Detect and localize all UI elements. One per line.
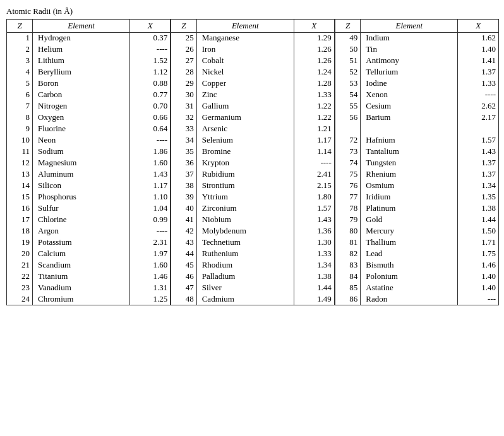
cell: 1.21: [294, 124, 335, 135]
cell: 1.44: [458, 215, 499, 226]
cell: 1.43: [294, 215, 335, 226]
cell: 1.12: [130, 67, 171, 78]
cell: 1.33: [294, 90, 335, 101]
cell: Arsenic: [196, 124, 294, 135]
cell: Germanium: [196, 112, 294, 124]
cell: Zinc: [196, 90, 294, 101]
table-row: 9Fluorine0.6433Arsenic1.21: [7, 124, 499, 135]
cell: Nitrogen: [33, 101, 130, 112]
cell: Tantalium: [361, 146, 458, 158]
cell: 7: [7, 101, 33, 112]
cell: 16: [7, 203, 33, 215]
cell: Copper: [196, 78, 294, 90]
cell: Hydrogen: [33, 33, 130, 44]
cell: Rubidium: [196, 169, 294, 180]
cell: 1.86: [130, 146, 171, 158]
cell: [361, 124, 458, 135]
cell: Gallium: [196, 101, 294, 112]
atomic-radii-table: Z Element X Z Element X Z Element X 1Hyd…: [6, 19, 499, 305]
cell: 1.40: [458, 44, 499, 56]
cell: 52: [335, 67, 361, 78]
cell: 74: [335, 158, 361, 169]
cell: Rhenium: [361, 169, 458, 180]
cell: Boron: [33, 78, 130, 90]
cell: Beryllium: [33, 67, 130, 78]
table-row: 18Argon----42Molybdenum1.3680Mercury1.50: [7, 226, 499, 237]
cell: Niobium: [196, 215, 294, 226]
cell: ----: [130, 135, 171, 146]
cell: Carbon: [33, 90, 130, 101]
cell: 28: [171, 67, 196, 78]
cell: Krypton: [196, 158, 294, 169]
cell: 1.26: [294, 56, 335, 67]
cell: 1.38: [458, 203, 499, 215]
cell: 0.37: [130, 33, 171, 44]
cell: 15: [7, 192, 33, 203]
cell: Argon: [33, 226, 130, 237]
cell: 12: [7, 158, 33, 169]
cell: Molybdenum: [196, 226, 294, 237]
table-row: 15Phosphorus1.1039Yttrium1.8077Iridium1.…: [7, 192, 499, 203]
cell: 86: [335, 294, 361, 305]
page-title: Atomic Radii (in Å): [6, 6, 498, 16]
cell: 1.57: [458, 135, 499, 146]
cell: Bismuth: [361, 260, 458, 271]
cell: Nickel: [196, 67, 294, 78]
cell: 11: [7, 146, 33, 158]
cell: Magnesium: [33, 158, 130, 169]
cell: 0.66: [130, 112, 171, 124]
cell: 1.44: [294, 283, 335, 294]
table-row: 22Titanium1.4646Palladium1.3884Polonium1…: [7, 271, 499, 283]
cell: 1.35: [458, 192, 499, 203]
cell: 2.41: [294, 169, 335, 180]
cell: 6: [7, 90, 33, 101]
cell: 46: [171, 271, 196, 283]
cell: 14: [7, 180, 33, 192]
cell: 19: [7, 237, 33, 249]
cell: Barium: [361, 112, 458, 124]
cell: 2.17: [458, 112, 499, 124]
cell: Polonium: [361, 271, 458, 283]
cell: Titanium: [33, 271, 130, 283]
cell: 30: [171, 90, 196, 101]
cell: 54: [335, 90, 361, 101]
cell: 10: [7, 135, 33, 146]
cell: Osmium: [361, 180, 458, 192]
cell: Cadmium: [196, 294, 294, 305]
cell: 37: [171, 169, 196, 180]
cell: 9: [7, 124, 33, 135]
cell: 1: [7, 33, 33, 44]
header-z2: Z: [171, 20, 196, 33]
table-row: 20Calcium1.9744Ruthenium1.3382Lead1.75: [7, 249, 499, 260]
header-z1: Z: [7, 20, 33, 33]
cell: 73: [335, 146, 361, 158]
cell: Ruthenium: [196, 249, 294, 260]
cell: 2: [7, 44, 33, 56]
cell: Sulfur: [33, 203, 130, 215]
cell: Phosphorus: [33, 192, 130, 203]
cell: ----: [458, 90, 499, 101]
cell: 55: [335, 101, 361, 112]
table-row: 2Helium----26Iron1.2650Tin1.40: [7, 44, 499, 56]
cell: 1.25: [130, 294, 171, 305]
cell: 0.64: [130, 124, 171, 135]
cell: 1.37: [458, 67, 499, 78]
table-row: 19Potassium2.3143Technetium1.3081Thalliu…: [7, 237, 499, 249]
cell: Antimony: [361, 56, 458, 67]
cell: 1.33: [294, 249, 335, 260]
cell: 1.40: [458, 283, 499, 294]
cell: 33: [171, 124, 196, 135]
cell: ----: [130, 44, 171, 56]
cell: Helium: [33, 44, 130, 56]
cell: Thallium: [361, 237, 458, 249]
cell: 1.28: [294, 78, 335, 90]
table-row: 10Neon----34Selenium1.1772Hafnium1.57: [7, 135, 499, 146]
cell: 41: [171, 215, 196, 226]
cell: 0.88: [130, 78, 171, 90]
cell: 1.41: [458, 56, 499, 67]
cell: 35: [171, 146, 196, 158]
cell: 23: [7, 283, 33, 294]
cell: 22: [7, 271, 33, 283]
cell: 31: [171, 101, 196, 112]
cell: 1.17: [294, 135, 335, 146]
